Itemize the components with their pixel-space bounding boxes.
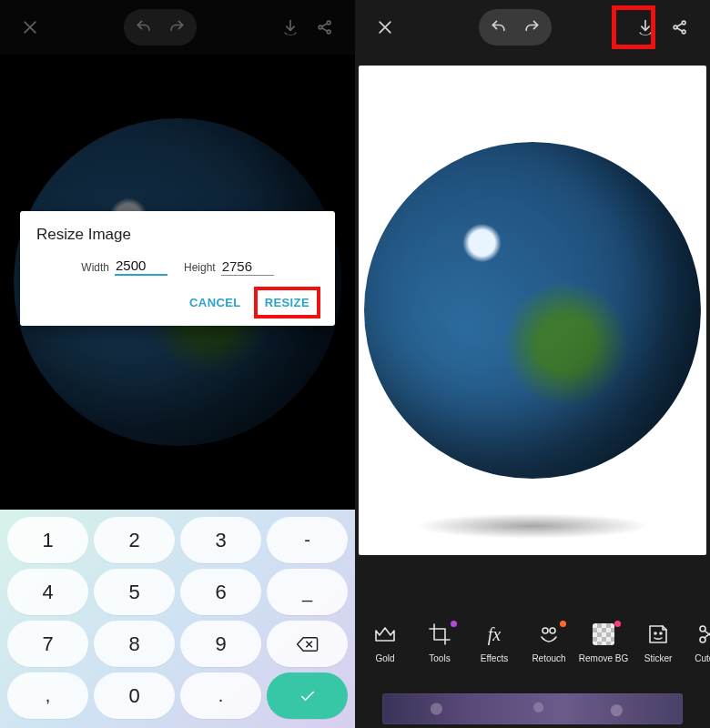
redo-icon	[522, 18, 541, 36]
tool-gold[interactable]: Gold	[359, 619, 411, 688]
undo-icon	[490, 18, 508, 36]
key-9[interactable]: 9	[180, 621, 261, 667]
right-pane: Gold Tools fx Effects Retouch Remove BG …	[355, 0, 710, 728]
tool-retouch[interactable]: Retouch	[522, 619, 575, 688]
tool-label: Cutout	[695, 653, 710, 663]
width-field: Width	[81, 257, 167, 276]
key-6[interactable]: 6	[180, 569, 261, 615]
svg-point-8	[654, 632, 656, 634]
undo-button-right[interactable]	[484, 13, 513, 42]
dialog-actions: CANCEL RESIZE	[36, 288, 319, 317]
dialog-fields: Width Height	[36, 257, 319, 276]
download-icon	[636, 18, 654, 36]
badge-dot	[560, 621, 566, 627]
download-button-right[interactable]	[628, 10, 663, 45]
tool-effects[interactable]: fx Effects	[468, 619, 521, 688]
badge-dot	[451, 621, 457, 627]
height-field: Height	[184, 257, 274, 276]
key-done[interactable]	[267, 672, 348, 719]
tool-label: Retouch	[532, 653, 565, 663]
earth-shadow	[414, 513, 651, 539]
key-comma[interactable]: ,	[7, 672, 88, 719]
height-input[interactable]	[221, 258, 274, 276]
height-label: Height	[184, 261, 216, 276]
tool-label: Effects	[481, 653, 508, 663]
width-input[interactable]	[115, 257, 167, 276]
tool-label: Tools	[429, 653, 450, 663]
key-7[interactable]: 7	[7, 621, 88, 667]
key-3[interactable]: 3	[180, 517, 261, 563]
key-5[interactable]: 5	[94, 569, 175, 615]
width-label: Width	[81, 261, 109, 276]
checker-icon	[593, 623, 614, 645]
close-button-right[interactable]	[368, 10, 402, 45]
resize-dialog: Resize Image Width Height CANCEL RESIZE	[20, 211, 335, 326]
key-underscore[interactable]: _	[267, 569, 348, 615]
topbar-dim	[0, 0, 355, 55]
key-1[interactable]: 1	[7, 517, 88, 563]
check-icon	[296, 687, 320, 705]
cancel-button[interactable]: CANCEL	[180, 288, 250, 317]
share-button-right[interactable]	[663, 10, 697, 45]
tool-label: Remove BG	[579, 653, 628, 663]
tool-label: Gold	[375, 653, 394, 663]
crop-icon	[428, 622, 451, 646]
tool-tools[interactable]: Tools	[413, 619, 466, 688]
right-topbar	[355, 0, 710, 55]
key-0[interactable]: 0	[94, 672, 175, 719]
left-pane: Resize Image Width Height CANCEL RESIZE …	[0, 0, 355, 728]
share-icon	[671, 18, 689, 36]
undo-redo-pill-right	[479, 9, 552, 46]
key-2[interactable]: 2	[94, 517, 175, 563]
key-dot[interactable]: .	[180, 672, 261, 719]
close-icon	[376, 18, 394, 36]
crown-icon	[373, 622, 397, 646]
backspace-icon	[296, 635, 320, 653]
scissors-icon	[696, 622, 710, 646]
bottom-toolstrip: Gold Tools fx Effects Retouch Remove BG …	[355, 612, 710, 692]
tool-sticker[interactable]: Sticker	[632, 619, 685, 688]
key-8[interactable]: 8	[94, 621, 175, 667]
svg-point-7	[550, 628, 555, 633]
ad-banner[interactable]	[382, 693, 683, 724]
key-dash[interactable]: -	[267, 517, 348, 563]
key-backspace[interactable]	[267, 621, 348, 667]
resize-button[interactable]: RESIZE	[256, 288, 319, 317]
right-canvas[interactable]	[359, 66, 706, 555]
svg-point-9	[660, 632, 662, 634]
tool-cutout[interactable]: Cutout	[686, 619, 710, 688]
fx-icon: fx	[488, 624, 501, 645]
numeric-keypad: 1 2 3 - 4 5 6 _ 7 8 9 , 0 .	[0, 510, 355, 728]
redo-button-right[interactable]	[517, 13, 546, 42]
tool-removebg[interactable]: Remove BG	[577, 619, 630, 688]
badge-dot	[614, 621, 621, 627]
sticker-icon	[646, 622, 670, 646]
retouch-icon	[537, 622, 561, 646]
svg-point-6	[543, 628, 548, 633]
key-4[interactable]: 4	[7, 569, 88, 615]
dialog-title: Resize Image	[36, 226, 319, 244]
earth-image-right	[364, 142, 701, 479]
tool-label: Sticker	[644, 653, 673, 663]
